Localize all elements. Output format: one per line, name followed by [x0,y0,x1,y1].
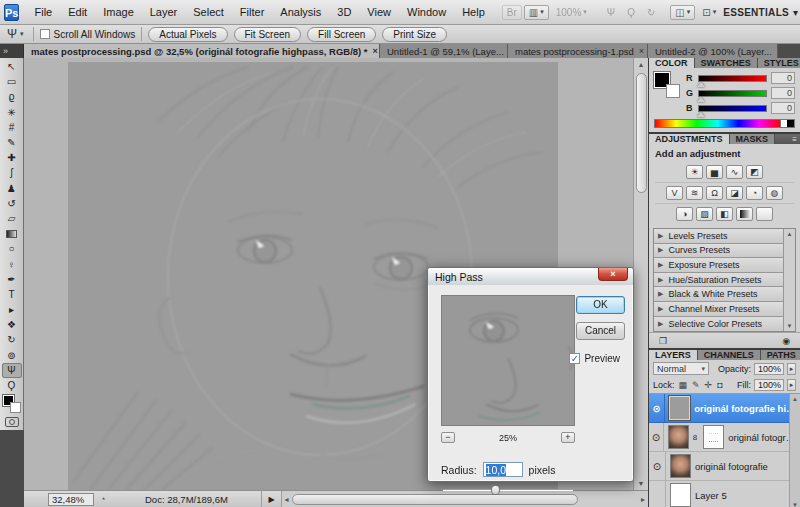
eraser-tool[interactable]: ▱ [2,211,22,226]
custom-shape-tool[interactable]: ❖ [2,317,22,332]
channel-mixer-presets-row[interactable]: ▶Channel Mixer Presets [654,302,783,317]
preview-checkbox[interactable]: ✓ [569,353,580,364]
actual-pixels-button[interactable]: Actual Pixels [148,27,227,42]
spot-healing-brush-tool[interactable]: ✚ [2,150,22,165]
hue-saturation-presets-row[interactable]: ▶Hue/Saturation Presets [654,273,783,288]
lock-pixels-icon[interactable]: ✎ [691,380,701,390]
channel-mixer-icon[interactable]: ◍ [766,186,783,200]
hand-tool-icon[interactable]: Ψ [602,5,620,20]
fill-flyout-icon[interactable]: ▸ [787,379,796,391]
scroll-down-icon[interactable]: ▼ [792,502,798,507]
slider-thumb[interactable] [491,485,500,495]
status-options-button[interactable]: ▶ [261,491,281,507]
layer-name[interactable]: originál fotografie [695,461,768,472]
return-to-adjustment-list-icon[interactable]: ❐ [659,336,667,346]
expand-icon[interactable]: ▶ [658,232,663,240]
visibility-eye-icon[interactable]: ⊙ [649,452,666,480]
clip-to-layer-icon[interactable]: ◉ [782,336,790,346]
mask-link-icon[interactable]: 8 [693,433,697,442]
type-tool[interactable]: T [2,287,22,302]
zoom-level-control[interactable]: 100%▾ [551,5,592,20]
levels-presets-row[interactable]: ▶Levels Presets [654,229,783,244]
exposure-icon[interactable]: ◩ [746,165,763,179]
black-white-presets-row[interactable]: ▶Black & White Presets [654,287,783,302]
document-tab-3[interactable]: mates postprocessing-1.psd × [508,44,648,58]
bridge-icon[interactable]: Br [502,5,522,20]
path-selection-tool[interactable]: ▸ [2,302,22,317]
menu-edit[interactable]: Edit [61,4,94,20]
lock-all-icon[interactable]: ◘ [716,380,723,390]
history-brush-tool[interactable]: ↺ [2,196,22,211]
crop-tool[interactable]: # [2,120,22,135]
posterize-icon[interactable]: ▨ [696,207,713,221]
toolbox-collapse-button[interactable]: » [0,44,24,58]
hand-tool[interactable]: Ψ [2,363,22,378]
vertical-scrollbar[interactable]: ▲ ▼ [633,58,648,490]
red-slider[interactable] [698,75,767,82]
tab-color[interactable]: COLOR [649,58,695,68]
radius-input[interactable]: 10,0 [483,462,523,477]
color-spectrum-ramp[interactable] [654,119,795,128]
close-icon[interactable]: × [373,46,378,56]
zoom-percentage-field[interactable]: 32,48% [48,493,94,506]
black-white-icon[interactable]: ◪ [726,186,743,200]
radius-slider[interactable] [443,485,573,495]
expand-icon[interactable]: ▶ [658,320,663,328]
white-swatch[interactable] [780,120,787,127]
layer-name[interactable]: Layer 5 [695,490,727,501]
layer-row-layer5[interactable]: Layer 5 [649,481,800,507]
scroll-up-icon[interactable]: ▲ [792,396,798,402]
spectrum-gradient[interactable] [655,120,780,127]
layer-row-original[interactable]: ⊙ originál fotografie [649,452,800,481]
green-slider-thumb[interactable] [697,97,705,102]
close-icon[interactable]: × [777,46,778,56]
lock-position-icon[interactable]: ✛ [704,380,714,390]
menu-file[interactable]: File [27,4,59,20]
view-extras-icon[interactable]: ◫▾ [670,5,695,20]
3d-orbit-tool[interactable]: ⊚ [2,348,22,363]
tool-preset-picker[interactable]: Ψ ▾ [4,27,27,41]
horizontal-scroll-thumb[interactable] [292,494,578,505]
cancel-button[interactable]: Cancel [576,322,625,340]
menu-filter[interactable]: Filter [233,4,271,20]
rotate-view-icon[interactable]: ↻ [642,5,660,20]
fill-screen-button[interactable]: Fill Screen [307,27,376,42]
menu-image[interactable]: Image [96,4,141,20]
zoom-out-button[interactable]: − [441,432,455,443]
screen-mode-icon[interactable]: ⊡▾ [697,5,721,20]
filter-preview[interactable] [441,295,575,426]
quick-selection-tool[interactable]: ✳ [2,105,22,120]
visibility-eye-icon[interactable]: ⊙ [649,423,664,451]
tab-masks[interactable]: MASKS [730,134,776,144]
print-size-button[interactable]: Print Size [382,27,447,42]
exposure-presets-row[interactable]: ▶Exposure Presets [654,258,783,273]
move-tool[interactable]: ↖ [2,59,22,74]
zoom-tool-icon[interactable]: Ϙ [622,5,640,20]
blend-mode-dropdown[interactable]: Normal▾ [653,362,709,375]
gradient-tool[interactable] [2,226,22,241]
blur-tool[interactable]: ○ [2,241,22,256]
red-value-field[interactable]: 0 [771,72,795,84]
dodge-tool[interactable]: ♀ [2,256,22,271]
menu-select[interactable]: Select [186,4,231,20]
threshold-icon[interactable]: ◧ [716,207,733,221]
slider-track[interactable] [443,489,573,491]
green-value-field[interactable]: 0 [771,87,795,99]
scroll-up-icon[interactable]: ▲ [638,58,645,71]
blue-slider-thumb[interactable] [697,112,705,117]
expand-icon[interactable]: ▶ [658,261,663,269]
document-tab-4[interactable]: Untitled-2 @ 100% (Layer... × [648,44,778,58]
menu-view[interactable]: View [360,4,398,20]
blue-value-field[interactable]: 0 [771,102,795,114]
tab-layers[interactable]: LAYERS [649,350,698,360]
background-color-swatch[interactable] [10,402,21,413]
tab-channels[interactable]: CHANNELS [698,350,761,360]
vertical-scroll-thumb[interactable] [636,73,647,193]
red-slider-thumb[interactable] [697,82,705,87]
menu-analysis[interactable]: Analysis [273,4,328,20]
close-icon[interactable]: × [639,46,644,56]
zoom-tool[interactable]: Ϙ [2,378,22,393]
menu-layer[interactable]: Layer [143,4,185,20]
layer-thumbnail[interactable] [670,454,691,478]
vibrance-icon[interactable]: V [666,186,683,200]
